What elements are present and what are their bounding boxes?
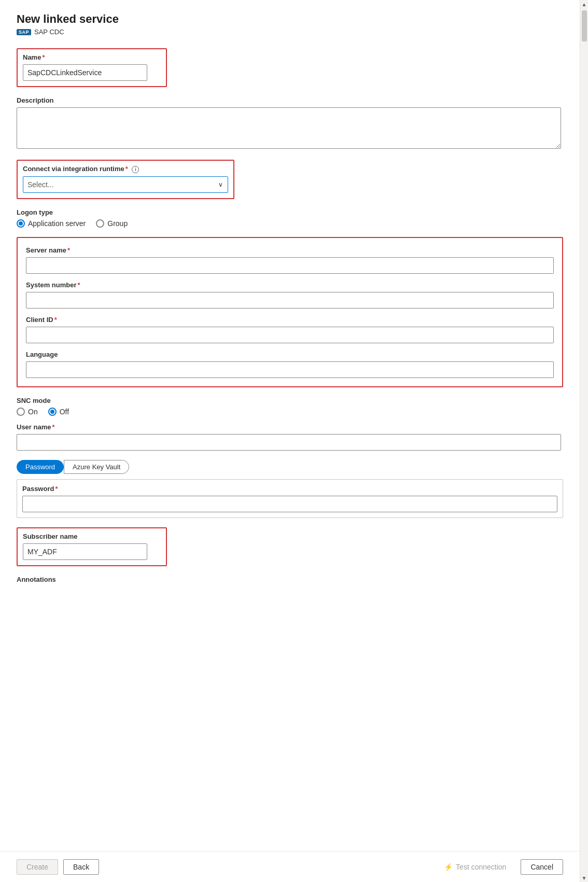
runtime-field-section: Connect via integration runtime* i Selec… — [17, 160, 234, 199]
name-label: Name* — [23, 53, 161, 61]
snc-mode-section: SNC mode On Off — [17, 397, 563, 416]
username-input[interactable] — [17, 434, 561, 451]
snc-off-label: Off — [60, 408, 69, 416]
logon-group-label: Group — [107, 219, 128, 228]
logon-group-option[interactable]: Group — [96, 219, 128, 228]
client-id-group: Client ID* — [26, 316, 554, 343]
system-number-group: System number* — [26, 281, 554, 309]
annotations-section: Annotations — [17, 576, 563, 583]
test-connection-icon: ⚡ — [444, 863, 453, 871]
tab-group: Password Azure Key Vault — [17, 460, 563, 474]
credential-tabs: Password Azure Key Vault — [17, 460, 563, 474]
tab-password[interactable]: Password — [17, 460, 64, 474]
runtime-select[interactable]: Select... — [23, 176, 228, 193]
system-number-label: System number* — [26, 281, 554, 289]
logon-type-section: Logon type Application server Group — [17, 208, 563, 228]
subscriber-name-label: Subscriber name — [23, 533, 161, 540]
system-number-input[interactable] — [26, 292, 554, 309]
password-input[interactable] — [22, 496, 557, 512]
page-title: New linked service — [17, 12, 563, 26]
runtime-label: Connect via integration runtime* i — [23, 165, 228, 173]
username-label: User name* — [17, 423, 563, 431]
language-input[interactable] — [26, 361, 554, 378]
test-connection-label: Test connection — [456, 863, 506, 871]
subtitle-text: SAP CDC — [34, 28, 64, 36]
scrollbar-down-arrow[interactable]: ▼ — [580, 874, 589, 882]
scrollbar-up-arrow[interactable]: ▲ — [580, 0, 589, 8]
description-section: Description — [17, 96, 563, 150]
subscriber-name-section: Subscriber name — [17, 527, 167, 566]
tab-azure-key-vault[interactable]: Azure Key Vault — [64, 460, 129, 474]
description-textarea[interactable] — [17, 107, 561, 149]
scrollbar-thumb[interactable] — [582, 10, 587, 41]
name-field-section: Name* — [17, 48, 167, 87]
logon-group-radio[interactable] — [96, 219, 104, 228]
sap-badge: SAP — [17, 29, 31, 35]
snc-off-radio[interactable] — [48, 408, 57, 416]
snc-mode-radio-group: On Off — [17, 408, 563, 416]
runtime-info-icon[interactable]: i — [132, 166, 139, 173]
language-group: Language — [26, 351, 554, 378]
snc-off-option[interactable]: Off — [48, 408, 69, 416]
footer-right: ⚡ Test connection Cancel — [435, 859, 563, 875]
description-label: Description — [17, 96, 563, 104]
name-input[interactable] — [23, 64, 147, 81]
snc-on-option[interactable]: On — [17, 408, 38, 416]
cancel-button[interactable]: Cancel — [521, 859, 563, 875]
snc-on-radio[interactable] — [17, 408, 25, 416]
logon-application-server-radio[interactable] — [17, 219, 25, 228]
logon-application-server-option[interactable]: Application server — [17, 219, 86, 228]
snc-on-label: On — [28, 408, 38, 416]
server-name-group: Server name* — [26, 246, 554, 274]
server-name-input[interactable] — [26, 257, 554, 274]
test-connection-button[interactable]: ⚡ Test connection — [435, 860, 515, 874]
annotations-label: Annotations — [17, 576, 563, 583]
password-label: Password* — [22, 485, 557, 493]
language-label: Language — [26, 351, 554, 358]
runtime-select-container: Select... ∨ — [23, 176, 228, 193]
scrollbar[interactable]: ▲ ▼ — [580, 0, 588, 882]
logon-type-label: Logon type — [17, 208, 563, 216]
client-id-label: Client ID* — [26, 316, 554, 324]
footer: Create Back ⚡ Test connection Cancel — [0, 851, 580, 882]
create-button[interactable]: Create — [17, 859, 58, 875]
back-button[interactable]: Back — [63, 859, 99, 875]
subscriber-name-input[interactable] — [23, 543, 147, 560]
server-name-label: Server name* — [26, 246, 554, 254]
logon-type-radio-group: Application server Group — [17, 219, 563, 228]
username-section: User name* — [17, 423, 563, 451]
page-subtitle: SAP SAP CDC — [17, 28, 563, 36]
client-id-input[interactable] — [26, 327, 554, 343]
logon-application-server-label: Application server — [28, 219, 86, 228]
password-section: Password* — [17, 479, 563, 518]
snc-mode-label: SNC mode — [17, 397, 563, 404]
server-fields-section: Server name* System number* Client ID* L… — [17, 237, 563, 387]
